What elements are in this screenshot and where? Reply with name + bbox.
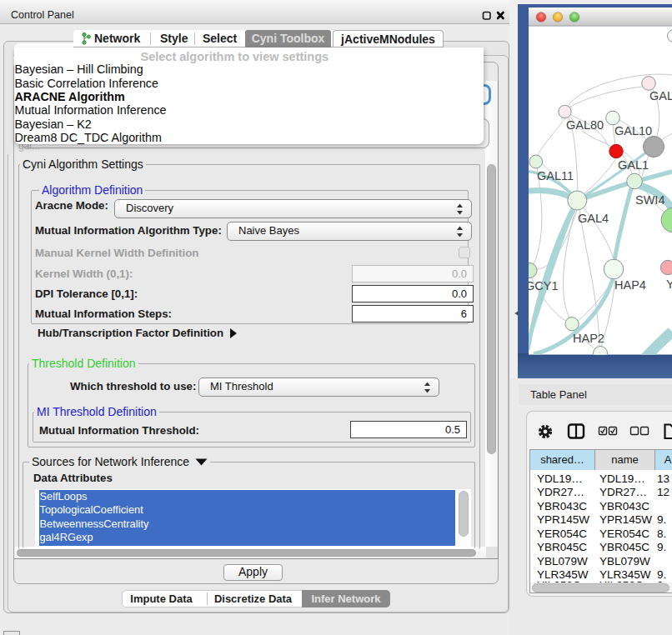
svg-text:GAL4: GAL4 xyxy=(578,212,609,225)
svg-text:GAL1: GAL1 xyxy=(618,158,649,172)
svg-text:HAP4: HAP4 xyxy=(614,278,646,292)
svg-text:HAP2: HAP2 xyxy=(573,332,604,345)
svg-text:GCY1: GCY1 xyxy=(525,279,559,292)
svg-text:GAL80: GAL80 xyxy=(566,118,604,132)
svg-text:SWI4: SWI4 xyxy=(635,193,664,207)
svg-text:GAL: GAL xyxy=(649,89,672,102)
svg-text:Y: Y xyxy=(666,278,672,291)
svg-text:GAL11: GAL11 xyxy=(537,169,574,182)
svg-text:GAL10: GAL10 xyxy=(614,124,652,138)
